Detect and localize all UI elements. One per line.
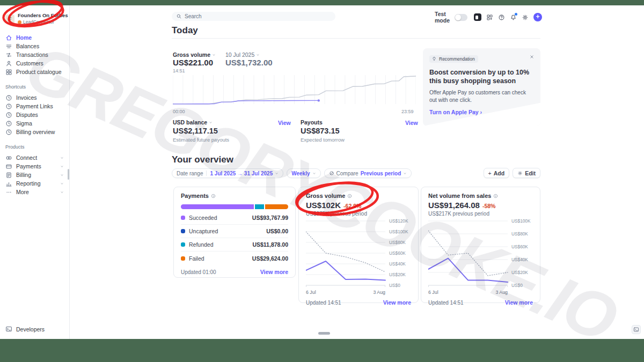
payments-row-value: US$0.00 (266, 228, 288, 234)
sidebar-item-connect[interactable]: Connect (5, 153, 69, 162)
bar-segment (255, 204, 264, 209)
net-volume-view-more-link[interactable]: View more (505, 299, 533, 306)
gross-volume-card-title: Gross volume (306, 193, 411, 199)
svg-text:US$40K: US$40K (511, 257, 528, 262)
sidebar-item-product-catalogue[interactable]: Product catalogue (5, 68, 69, 76)
chevron-down-icon (212, 53, 216, 57)
sidebar-item-invoices[interactable]: Invoices (5, 93, 69, 102)
svg-text:6 Jul: 6 Jul (306, 290, 316, 295)
compare-date-selector[interactable]: 10 Jul 2025 (225, 51, 260, 58)
developer-console-button[interactable] (632, 325, 641, 334)
sidebar-item-disputes[interactable]: Disputes (5, 110, 69, 119)
compare-filter[interactable]: Compare Previous period (324, 168, 412, 178)
sidebar-item-payments[interactable]: Payments (5, 162, 69, 171)
granularity-filter[interactable]: Weekly (287, 168, 320, 178)
home-icon (5, 34, 12, 41)
net-volume-prev-caption: US$217K previous period (428, 211, 533, 217)
sidebar-item-label: Connect (16, 154, 37, 161)
payments-row-refunded[interactable]: Refunded US$11,878.00 (181, 238, 288, 252)
payments-view-more-link[interactable]: View more (260, 269, 288, 275)
sidebar-item-billing[interactable]: Billing (5, 171, 69, 179)
sidebar-item-label: Billing (16, 172, 31, 178)
payments-card-title: Payments (181, 193, 288, 199)
payments-row-succeeded[interactable]: Succeeded US$93,767.99 (181, 211, 288, 225)
payments-card: Payments Succeeded US$93,767.99 Uncaptur… (173, 187, 296, 278)
command-palette-icon[interactable] (474, 13, 481, 21)
compare-icon (329, 171, 334, 176)
search-icon (176, 13, 182, 19)
date-range-filter[interactable]: Date range 1 Jul 2025 → 31 Jul 2025 (172, 168, 283, 178)
sidebar-item-home[interactable]: Home (5, 33, 69, 42)
payments-row-failed[interactable]: Failed US$29,624.00 (181, 252, 288, 265)
legend-dot (181, 242, 185, 247)
chevron-down-icon (256, 53, 260, 57)
gross-volume-value: US$221.00 (173, 58, 213, 67)
gross-volume-card-value: US$102K (306, 201, 341, 210)
payouts-view-link[interactable]: View (405, 120, 418, 126)
legend-dot (181, 229, 185, 233)
sidebar-item-sigma[interactable]: Sigma (5, 119, 69, 128)
horizontal-scrollbar-thumb[interactable] (318, 332, 330, 335)
sidebar-item-customers[interactable]: Customers (5, 59, 69, 68)
notifications-bell-icon[interactable] (510, 14, 517, 21)
sidebar-item-label: Billing overview (16, 129, 55, 135)
edit-button[interactable]: Edit (513, 168, 540, 178)
net-volume-chart: US$100KUS$80KUS$60KUS$40KUS$20KUS$06 Jul… (428, 218, 535, 296)
net-volume-updated: Updated 14:51 (428, 300, 464, 306)
sidebar-item-transactions[interactable]: Transactions (5, 50, 69, 59)
svg-text:3 Aug: 3 Aug (495, 290, 508, 295)
gross-volume-view-more-link[interactable]: View more (383, 299, 411, 306)
sidebar-item-reporting[interactable]: Reporting (5, 179, 69, 188)
toggle-knob (455, 14, 461, 20)
divider (172, 38, 540, 39)
payments-row-uncaptured[interactable]: Uncaptured US$0.00 (181, 225, 288, 238)
settings-gear-icon[interactable] (522, 14, 529, 21)
reporting-icon (5, 180, 12, 187)
svg-text:US$100K: US$100K (511, 218, 531, 224)
sidebar-item-balances[interactable]: Balances (5, 42, 69, 50)
net-volume-card-title: Net volume from sales (428, 193, 533, 199)
chevron-down-icon (59, 15, 63, 19)
payouts-value: US$873.15 (301, 127, 340, 135)
usd-balance-caption: Estimated future payouts (173, 137, 229, 143)
svg-text:US$0: US$0 (389, 283, 400, 288)
test-mode-toggle[interactable] (455, 14, 467, 21)
turn-on-apple-pay-link[interactable]: Turn on Apple Pay › (429, 109, 482, 115)
create-plus-button[interactable]: + (533, 13, 542, 21)
sidebar-item-label: Payments (16, 163, 41, 169)
svg-text:US$20K: US$20K (511, 270, 528, 275)
compare-date-value: US$1,732.00 (225, 58, 273, 67)
overview-actions: +Add Edit (484, 168, 540, 178)
usd-balance-selector[interactable]: USD balance (173, 119, 213, 125)
svg-text:US$100K: US$100K (389, 229, 408, 234)
payments-updated: Updated 01:00 (181, 269, 216, 275)
info-icon[interactable] (493, 194, 498, 198)
sidebar-item-more[interactable]: More (5, 188, 69, 196)
sidebar-scrollbar-thumb[interactable] (68, 169, 69, 180)
info-icon[interactable] (211, 194, 216, 198)
chevron-down-icon (209, 121, 213, 124)
sidebar-item-developers[interactable]: Developers (5, 326, 45, 333)
svg-text:US$80K: US$80K (389, 240, 406, 245)
usd-balance-view-link[interactable]: View (278, 120, 291, 126)
sidebar-section-products: Products (5, 144, 69, 150)
apps-grid-icon[interactable] (486, 14, 493, 21)
chevron-down-icon (60, 165, 64, 168)
sidebar-item-billing-overview[interactable]: Billing overview (5, 128, 69, 136)
chart-x-end: 23:59 (401, 109, 414, 114)
account-switcher[interactable]: F Founders On Forbes LeadConnector (5, 10, 69, 27)
help-icon[interactable] (498, 14, 505, 21)
today-spark-chart (173, 74, 416, 107)
sidebar-item-label: Sigma (16, 120, 32, 127)
bottom-letterbox-bar (0, 339, 644, 362)
payments-row-value: US$29,624.00 (252, 255, 288, 262)
chevron-down-icon (60, 156, 64, 160)
customers-icon (5, 60, 12, 67)
search-input[interactable]: Search (172, 12, 335, 21)
sidebar-item-label: Customers (16, 60, 43, 67)
close-icon[interactable] (529, 54, 535, 60)
info-icon[interactable] (347, 194, 352, 198)
gross-volume-selector[interactable]: Gross volume (173, 51, 216, 58)
add-button[interactable]: +Add (484, 168, 510, 178)
sidebar-item-payment-links[interactable]: Payment Links (5, 102, 69, 110)
